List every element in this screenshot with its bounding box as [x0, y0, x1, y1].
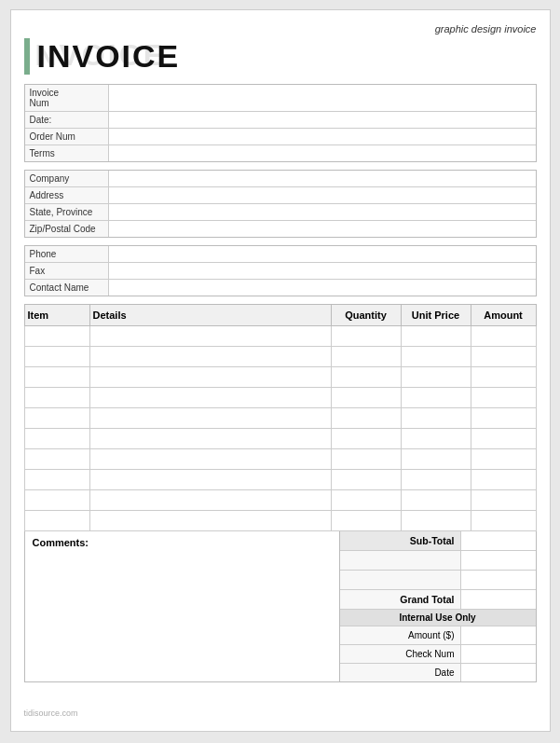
footer-watermark: tidisource.com: [24, 709, 78, 718]
cell-r2-c1: [89, 367, 331, 388]
invoice-info-section: InvoiceNum Date: Order Num Terms: [24, 84, 537, 162]
cell-r8-c3: [401, 490, 471, 511]
col-unit-price: Unit Price: [401, 305, 471, 326]
cell-r9-c1: [89, 511, 331, 531]
grand-total-value: [461, 590, 536, 609]
terms-value: [109, 145, 536, 161]
subtitle: graphic design invoice: [24, 23, 537, 34]
cell-r5-c0: [24, 429, 89, 449]
empty-value-1: [461, 551, 536, 570]
date-row: Date:: [25, 112, 536, 129]
table-row: [24, 449, 536, 470]
terms-label: Terms: [25, 145, 109, 161]
internal-date-label: Date: [340, 664, 461, 681]
cell-r4-c4: [471, 408, 536, 429]
subtotal-row: Sub-Total: [340, 531, 536, 551]
title-wrapper: INVOICE INVOICE: [24, 38, 537, 75]
cell-r0-c1: [89, 326, 331, 347]
table-row: [24, 429, 536, 449]
empty-label-2: [340, 571, 461, 589]
cell-r7-c2: [331, 470, 401, 490]
col-quantity: Quantity: [331, 305, 401, 326]
invoice-num-row: InvoiceNum: [25, 85, 536, 112]
terms-row: Terms: [25, 145, 536, 161]
company-info-section: Company Address State, Province Zip/Post…: [24, 170, 537, 238]
comments-area: Comments:: [25, 531, 340, 681]
cell-r9-c3: [401, 511, 471, 531]
grand-total-label: Grand Total: [340, 590, 461, 609]
cell-r0-c2: [331, 326, 401, 347]
date-label: Date:: [25, 112, 109, 128]
cell-r5-c4: [471, 429, 536, 449]
contact-info-section: Phone Fax Contact Name: [24, 245, 537, 296]
phone-value: [109, 246, 536, 262]
invoice-num-value: [109, 85, 536, 111]
cell-r6-c3: [401, 449, 471, 470]
company-row: Company: [25, 171, 536, 187]
cell-r2-c4: [471, 367, 536, 388]
invoice-page: graphic design invoice INVOICE INVOICE I…: [10, 9, 551, 732]
order-num-value: [109, 129, 536, 144]
fax-row: Fax: [25, 263, 536, 280]
phone-row: Phone: [25, 246, 536, 263]
cell-r8-c1: [89, 490, 331, 511]
order-num-row: Order Num: [25, 129, 536, 145]
grand-total-row: Grand Total: [340, 590, 536, 610]
check-num-label: Check Num: [340, 645, 461, 663]
cell-r2-c0: [24, 367, 89, 388]
cell-r8-c2: [331, 490, 401, 511]
fax-label: Fax: [25, 263, 109, 279]
cell-r3-c4: [471, 388, 536, 408]
subtotal-label: Sub-Total: [340, 531, 461, 550]
table-row: [24, 326, 536, 347]
address-label: Address: [25, 187, 109, 203]
zip-row: Zip/Postal Code: [25, 221, 536, 237]
cell-r7-c0: [24, 470, 89, 490]
check-num-value: [461, 645, 536, 663]
cell-r1-c3: [401, 347, 471, 367]
cell-r9-c4: [471, 511, 536, 531]
cell-r9-c2: [331, 511, 401, 531]
comments-label: Comments:: [33, 537, 89, 548]
cell-r1-c2: [331, 347, 401, 367]
cell-r1-c4: [471, 347, 536, 367]
date-value: [109, 112, 536, 128]
cell-r5-c2: [331, 429, 401, 449]
contact-name-value: [109, 280, 536, 296]
cell-r5-c1: [89, 429, 331, 449]
internal-date-row: Date: [340, 664, 536, 681]
table-row: [24, 388, 536, 408]
state-row: State, Province: [25, 204, 536, 221]
table-row: [24, 511, 536, 531]
cell-r7-c4: [471, 470, 536, 490]
cell-r6-c2: [331, 449, 401, 470]
col-item: Item: [24, 305, 89, 326]
cell-r4-c0: [24, 408, 89, 429]
cell-r4-c2: [331, 408, 401, 429]
cell-r2-c2: [331, 367, 401, 388]
cell-r0-c3: [401, 326, 471, 347]
internal-use-header: Internal Use Only: [340, 610, 536, 626]
company-label: Company: [25, 171, 109, 186]
internal-date-value: [461, 664, 536, 681]
cell-r1-c1: [89, 347, 331, 367]
cell-r8-c0: [24, 490, 89, 511]
table-row: [24, 408, 536, 429]
cell-r5-c3: [401, 429, 471, 449]
cell-r6-c4: [471, 449, 536, 470]
company-value: [109, 171, 536, 186]
col-amount: Amount: [471, 305, 536, 326]
cell-r1-c0: [24, 347, 89, 367]
items-table: Item Details Quantity Unit Price Amount: [24, 304, 537, 531]
cell-r3-c3: [401, 388, 471, 408]
cell-r6-c0: [24, 449, 89, 470]
fax-value: [109, 263, 536, 279]
cell-r8-c4: [471, 490, 536, 511]
zip-label: Zip/Postal Code: [25, 221, 109, 237]
cell-r7-c1: [89, 470, 331, 490]
order-num-label: Order Num: [25, 129, 109, 144]
empty-value-2: [461, 571, 536, 589]
cell-r0-c4: [471, 326, 536, 347]
cell-r4-c1: [89, 408, 331, 429]
table-row: [24, 367, 536, 388]
